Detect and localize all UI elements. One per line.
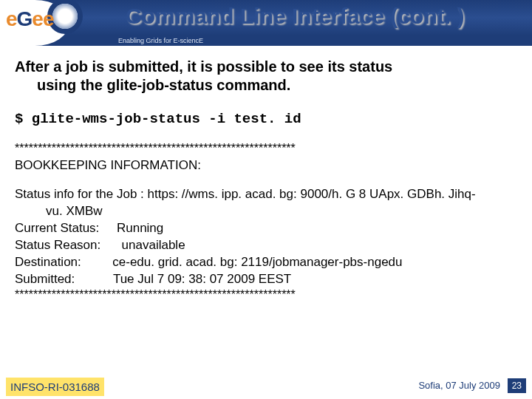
slide-title: Command Line Interface (cont. ) <box>126 4 525 29</box>
header: eGee Command Line Interface (cont. ) Ena… <box>0 0 532 46</box>
section-heading: BOOKKEEPING INFORMATION: <box>15 158 517 173</box>
logo-g: G <box>17 7 33 30</box>
egee-logo: eGee <box>6 1 109 40</box>
intro-line2: using the glite-job-status command. <box>15 76 517 95</box>
logo-sphere-icon <box>52 4 78 29</box>
job-info: Status info for the Job : https: //wms. … <box>15 186 517 288</box>
separator-top: ****************************************… <box>15 142 517 155</box>
logo-e1: e <box>6 7 17 30</box>
intro-line1: After a job is submitted, it is possible… <box>15 58 392 75</box>
footer-left: INFSO-RI-031688 <box>6 378 104 396</box>
destination: Destination: ce-edu. grid. acad. bg: 211… <box>15 254 517 271</box>
footer-date: Sofia, 07 July 2009 <box>418 380 500 391</box>
current-status: Current Status: Running <box>15 220 517 237</box>
status-info-cont: vu. XMBw <box>15 203 517 220</box>
command-line: $ glite-wms-job-status -i test. id <box>15 111 517 127</box>
page-number: 23 <box>508 378 526 393</box>
content: After a job is submitted, it is possible… <box>15 58 517 371</box>
separator-bottom: ****************************************… <box>15 288 517 301</box>
intro-text: After a job is submitted, it is possible… <box>15 58 517 95</box>
logo-text: eGee <box>6 7 54 31</box>
footer-right: Sofia, 07 July 2009 23 <box>418 378 526 393</box>
status-info-line: Status info for the Job : https: //wms. … <box>15 186 517 203</box>
slide: eGee Command Line Interface (cont. ) Ena… <box>0 0 532 399</box>
logo-e2: ee <box>32 7 53 30</box>
tagline: Enabling Grids for E-sciencE <box>118 35 203 46</box>
footer: INFSO-RI-031688 Sofia, 07 July 2009 23 <box>0 378 532 399</box>
submitted: Submitted: Tue Jul 7 09: 38: 07 2009 EES… <box>15 271 517 288</box>
status-reason: Status Reason: unavailable <box>15 237 517 254</box>
